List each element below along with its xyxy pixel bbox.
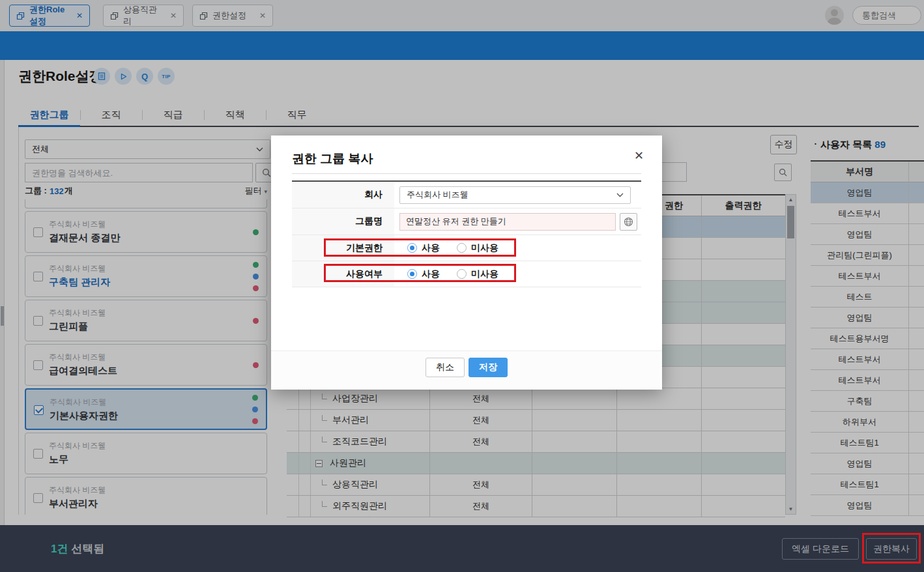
radio-use[interactable]: 사용 [407, 242, 440, 254]
company-select-value: 주식회사 비즈웰 [407, 189, 469, 201]
copy-permission-modal: 권한 그룹 복사 ✕ 회사 주식회사 비즈웰 그룹명 기본권한 [271, 136, 662, 390]
group-name-label: 그룹명 [292, 208, 394, 235]
radio-icon[interactable] [457, 269, 467, 279]
chevron-down-icon [616, 193, 624, 197]
radio-not-use[interactable]: 미사용 [457, 242, 498, 254]
close-icon[interactable]: ✕ [634, 150, 644, 162]
radio-icon[interactable] [457, 243, 467, 253]
use-status-label: 사용여부 [292, 261, 394, 287]
company-label: 회사 [292, 182, 394, 208]
save-button[interactable]: 저장 [469, 358, 508, 377]
radio-use[interactable]: 사용 [407, 268, 440, 280]
modal-footer: 취소 저장 [271, 350, 662, 390]
radio-icon-selected[interactable] [407, 243, 417, 253]
globe-icon [624, 217, 633, 227]
modal-title: 권한 그룹 복사 [292, 150, 373, 167]
divider [292, 173, 641, 174]
company-select[interactable]: 주식회사 비즈웰 [399, 186, 631, 204]
globe-button[interactable] [620, 213, 637, 231]
group-name-input[interactable] [399, 213, 616, 231]
cancel-button[interactable]: 취소 [426, 358, 465, 377]
radio-icon-selected[interactable] [407, 269, 417, 279]
radio-not-use[interactable]: 미사용 [457, 268, 498, 280]
modal-form: 회사 주식회사 비즈웰 그룹명 기본권한 사용 미사용 [292, 180, 641, 287]
basic-permission-label: 기본권한 [292, 235, 394, 261]
